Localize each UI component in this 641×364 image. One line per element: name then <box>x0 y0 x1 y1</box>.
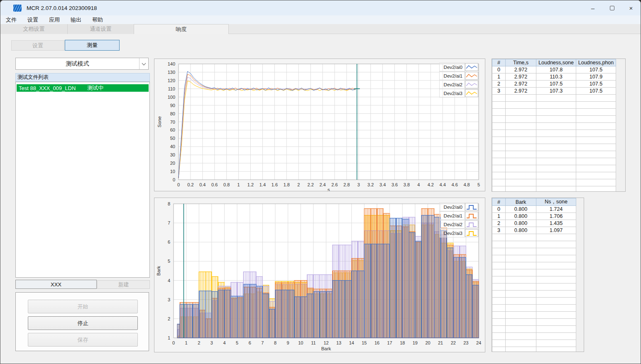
legend-row-dev2-ai0[interactable]: Dev2/ai0 <box>439 203 478 211</box>
table-cell <box>536 241 576 248</box>
table-cell <box>492 319 506 326</box>
close-icon[interactable]: × <box>621 0 641 15</box>
table-empty-row[interactable] <box>492 269 576 276</box>
menu-item-1[interactable]: 设置 <box>22 15 44 24</box>
line-sample-icon <box>466 66 477 68</box>
table-cell: 3 <box>492 88 506 95</box>
table-empty-row[interactable] <box>492 158 616 165</box>
table-empty-row[interactable] <box>492 116 616 123</box>
table-empty-row[interactable] <box>492 179 616 186</box>
table-cell <box>506 269 536 276</box>
table-empty-row[interactable] <box>492 298 576 305</box>
x-tick-label: 2 <box>198 340 200 345</box>
list-item[interactable]: Test 88_XXX_009_LDN 测试中 <box>17 84 149 92</box>
table-row[interactable]: 10.8001.706 <box>492 213 576 220</box>
table-empty-row[interactable] <box>492 347 576 352</box>
table-empty-row[interactable] <box>492 165 616 172</box>
legend-row-dev2-ai2[interactable]: Dev2/ai2 <box>439 220 478 229</box>
table-empty-row[interactable] <box>492 172 616 179</box>
legend-row-dev2-ai1[interactable]: Dev2/ai1 <box>439 211 478 220</box>
xxx-button[interactable]: XXX <box>15 280 97 289</box>
table-empty-row[interactable] <box>492 248 576 255</box>
loudness-time-chart[interactable]: 00.20.40.60.811.21.41.61.822.22.42.62.83… <box>154 59 485 191</box>
table-cell <box>536 95 576 102</box>
start-button[interactable]: 开始 <box>28 300 138 313</box>
tab-2[interactable]: 响度 <box>134 24 229 34</box>
new-button[interactable]: 新建 <box>97 280 150 289</box>
menu-item-3[interactable]: 输出 <box>65 15 87 24</box>
table-empty-row[interactable] <box>492 340 576 347</box>
table-empty-row[interactable] <box>492 312 576 319</box>
test-mode-select[interactable]: 测试模式 <box>15 58 149 70</box>
bar-step-dev2-ai0 <box>371 244 377 338</box>
bar-step-dev2-ai0 <box>186 304 193 338</box>
table-cell <box>536 186 576 192</box>
table-row[interactable]: 02.972107.8107.5 <box>492 66 616 73</box>
table-row[interactable]: 12.972110.3107.9 <box>492 73 616 81</box>
table-cell <box>492 312 506 319</box>
table-empty-row[interactable] <box>492 326 576 333</box>
title-bar: MCR 2.07.0.014 202300918 – × <box>0 0 641 15</box>
table-row[interactable]: 30.8001.097 <box>492 227 576 234</box>
table-empty-row[interactable] <box>492 262 576 269</box>
x-tick-label: 15 <box>362 340 367 345</box>
table-row[interactable]: 22.972107.5107.5 <box>492 81 616 88</box>
x-axis-label: s <box>328 187 330 191</box>
table-empty-row[interactable] <box>492 333 576 340</box>
x-tick-label: 0 <box>172 340 175 345</box>
table-empty-row[interactable] <box>492 144 616 151</box>
stop-button[interactable]: 停止 <box>28 316 138 330</box>
table-empty-row[interactable] <box>492 291 576 298</box>
table-empty-row[interactable] <box>492 283 576 291</box>
tab-1[interactable]: 通道设置 <box>68 24 134 34</box>
table-row[interactable]: 00.8001.724 <box>492 206 576 213</box>
table-empty-row[interactable] <box>492 241 576 248</box>
table-empty-row[interactable] <box>492 123 616 130</box>
table-empty-row[interactable] <box>492 319 576 326</box>
table-cell <box>536 130 576 137</box>
dropdown-button[interactable] <box>139 58 148 69</box>
legend-row-dev2-ai3[interactable]: Dev2/ai3 <box>439 229 478 237</box>
table-empty-row[interactable] <box>492 130 616 137</box>
menu-item-2[interactable]: 应用 <box>44 15 65 24</box>
legend-row-dev2-ai2[interactable]: Dev2/ai2 <box>439 80 478 89</box>
tab-0[interactable]: 文档设置 <box>0 24 68 34</box>
menu-item-0[interactable]: 文件 <box>0 15 22 24</box>
x-tick-label: 24 <box>476 340 481 345</box>
loudness-table-panel: #Time,sLoudness,soneLoudness,phon02.9721… <box>492 59 626 192</box>
y-tick-label: 5 <box>168 259 170 264</box>
table-empty-row[interactable] <box>492 234 576 241</box>
table-cell <box>506 319 536 326</box>
line-sample-icon <box>466 83 477 86</box>
bark-spectrum-chart[interactable]: 0123456789101112131415161718192021222324… <box>154 198 485 352</box>
legend-label: Dev2/ai1 <box>439 71 465 80</box>
table-empty-row[interactable] <box>492 276 576 283</box>
maximize-glyph <box>610 6 614 10</box>
table-empty-row[interactable] <box>492 102 616 109</box>
table-empty-row[interactable] <box>492 305 576 312</box>
legend-sample-box <box>465 229 478 237</box>
test-file-list[interactable]: Test 88_XXX_009_LDN 测试中 <box>15 82 150 278</box>
table-row[interactable]: 20.8001.435 <box>492 220 576 227</box>
settings-button[interactable]: 设置 <box>11 40 64 51</box>
legend-row-dev2-ai1[interactable]: Dev2/ai1 <box>439 71 478 80</box>
minimize-icon[interactable]: – <box>583 0 602 15</box>
measure-button[interactable]: 测量 <box>65 40 120 51</box>
table-empty-row[interactable] <box>492 95 616 102</box>
legend-row-dev2-ai0[interactable]: Dev2/ai0 <box>439 63 478 71</box>
maximize-icon[interactable] <box>602 0 621 15</box>
table-empty-row[interactable] <box>492 137 616 144</box>
loudness-table[interactable]: #Time,sLoudness,soneLoudness,phon02.9721… <box>492 59 616 192</box>
table-empty-row[interactable] <box>492 151 616 158</box>
save-button[interactable]: 保存 <box>28 333 138 347</box>
table-row[interactable]: 32.972107.3107.5 <box>492 88 616 95</box>
table-empty-row[interactable] <box>492 186 616 192</box>
table-cell <box>536 340 576 347</box>
bar-step-dev2-ai0 <box>237 296 243 338</box>
bar-step-dev2-ai0 <box>225 290 231 338</box>
menu-item-4[interactable]: 帮助 <box>87 15 108 24</box>
table-empty-row[interactable] <box>492 255 576 262</box>
legend-row-dev2-ai3[interactable]: Dev2/ai3 <box>439 89 478 98</box>
bark-table[interactable]: #BarkNs，sone00.8001.72410.8001.70620.800… <box>492 198 576 352</box>
table-empty-row[interactable] <box>492 109 616 116</box>
